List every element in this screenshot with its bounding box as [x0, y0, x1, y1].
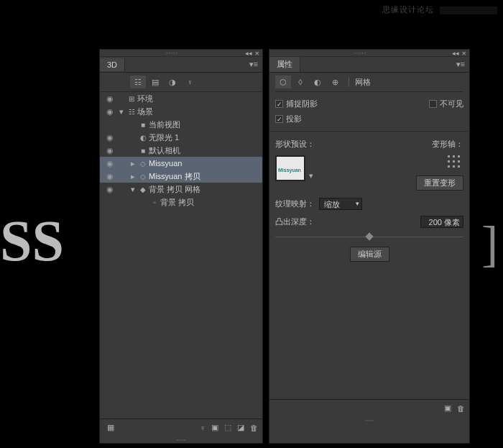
- close-icon[interactable]: ×: [255, 49, 259, 58]
- deform-axis-grid[interactable]: [448, 155, 463, 171]
- prop-mesh-icon[interactable]: ⬡: [275, 76, 291, 88]
- filter-light-icon[interactable]: ♀: [182, 76, 198, 88]
- panel-3d-filters: ☷ ▤ ◑ ♀: [100, 73, 262, 92]
- tree-row-label: 环境: [137, 93, 153, 104]
- tree-row-label: 无限光 1: [149, 132, 179, 143]
- tree-row[interactable]: ◉■默认相机: [100, 144, 262, 157]
- tree-row[interactable]: ◉⊞环境: [100, 92, 262, 105]
- prop-deform-icon[interactable]: ◊: [292, 76, 308, 88]
- panel-3d: ▪▪▪▪▪ ◂◂ × 3D ▾≡ ☷ ▤ ◑ ♀ ◉⊞环境◉▾☷场景■当前视图◉…: [99, 49, 263, 444]
- tree-row[interactable]: ◉▾◆背景 拷贝 网格: [100, 183, 262, 196]
- tab-3d[interactable]: 3D: [100, 58, 125, 71]
- scene-icon: ☷: [126, 108, 137, 116]
- tree-row-label: 背景 拷贝: [160, 197, 194, 208]
- tab-properties[interactable]: 属性: [269, 57, 300, 72]
- tree-row-label: 默认相机: [149, 145, 180, 156]
- preset-dropdown-icon[interactable]: ▾: [308, 155, 313, 180]
- disclosure-icon[interactable]: ▸: [129, 159, 137, 168]
- visibility-eye-icon[interactable]: ◉: [103, 185, 117, 194]
- panel-3d-resize[interactable]: ▪▪▪▪▪: [100, 436, 262, 443]
- collapse-arrows-icon[interactable]: ◂◂: [245, 50, 252, 57]
- tree-row[interactable]: ◉▸◇Missyuan: [100, 157, 262, 170]
- tree-row-label: Missyuan 拷贝: [149, 171, 200, 182]
- visibility-eye-icon[interactable]: ◉: [103, 107, 117, 116]
- tree-row-label: 场景: [137, 106, 153, 117]
- extrude-depth-label: 凸出深度：: [275, 216, 315, 227]
- watermark-text: 思缘设计论坛: [382, 5, 434, 14]
- panel-3d-tabs: 3D ▾≡: [100, 57, 262, 73]
- disclosure-icon[interactable]: ▾: [129, 185, 137, 194]
- light-new-icon[interactable]: ♀: [200, 424, 206, 432]
- filter-mesh-icon[interactable]: ▤: [147, 76, 163, 88]
- disclosure-icon[interactable]: ▾: [117, 107, 126, 116]
- trash-icon[interactable]: 🗑: [457, 404, 465, 413]
- visibility-eye-icon[interactable]: ◉: [103, 159, 117, 168]
- cam-icon: ■: [137, 147, 149, 155]
- tree-row-label: 背景 拷贝 网格: [149, 184, 200, 195]
- tree-row[interactable]: ◉▸◇Missyuan 拷贝: [100, 170, 262, 183]
- tree-row[interactable]: ■当前视图: [100, 118, 262, 131]
- chk-shadow-cast-label: 投影: [286, 114, 302, 124]
- tree-3d[interactable]: ◉⊞环境◉▾☷场景■当前视图◉◐无限光 1◉■默认相机◉▸◇Missyuan◉▸…: [100, 92, 262, 419]
- tree-row[interactable]: ◉◐无限光 1: [100, 131, 262, 144]
- chk-invisible-label: 不可见: [440, 99, 463, 109]
- visibility-eye-icon[interactable]: ◉: [103, 146, 117, 155]
- disclosure-icon[interactable]: ▸: [129, 172, 137, 181]
- tree-row-label: 当前视图: [149, 119, 180, 130]
- add-icon[interactable]: ⬚: [224, 423, 231, 432]
- panel-3d-footer: ▦ ♀ ▣ ⬚ ◪ 🗑: [100, 419, 262, 436]
- mesh-icon: ◇: [137, 173, 149, 180]
- env-icon: ⊞: [126, 95, 137, 103]
- tree-row[interactable]: ▫背景 拷贝: [100, 196, 262, 209]
- panel-properties: ▪▪▪▪▪ ◂◂ × 属性 ▾≡ ⬡ ◊ ◐ ⊕ 网格 ✓ 捕捉阴影 不可见: [269, 49, 470, 444]
- texture-map-label: 纹理映射：: [275, 198, 315, 209]
- panel-3d-dragbar[interactable]: ▪▪▪▪▪ ◂◂ ×: [100, 50, 262, 57]
- render-icon[interactable]: ▣: [211, 423, 218, 432]
- extrude-depth-slider[interactable]: [275, 237, 463, 239]
- chk-shadow-cast[interactable]: ✓: [275, 115, 283, 123]
- panel-menu-icon[interactable]: ▾≡: [245, 60, 262, 69]
- watermark: 思缘设计论坛: [382, 4, 497, 15]
- render-target-icon[interactable]: ▣: [444, 403, 451, 413]
- texture-map-dropdown[interactable]: 缩放: [319, 198, 362, 210]
- filter-material-icon[interactable]: ◑: [165, 76, 180, 88]
- background-art-bracket: ]: [481, 216, 503, 273]
- prop-cap-icon[interactable]: ◐: [310, 76, 326, 88]
- trash-icon[interactable]: 🗑: [250, 424, 258, 432]
- close-icon[interactable]: ×: [462, 49, 466, 58]
- shape-preset-thumb[interactable]: Missyuan ▾: [275, 155, 313, 181]
- filter-scene-icon[interactable]: ☷: [130, 76, 146, 88]
- mesh-solid-icon: ◆: [137, 186, 149, 193]
- picker-icon[interactable]: ▦: [107, 423, 114, 432]
- prop-coord-icon[interactable]: ⊕: [327, 76, 343, 88]
- chk-shadow-catch-label: 捕捉阴影: [286, 99, 318, 109]
- visibility-eye-icon[interactable]: ◉: [103, 172, 117, 181]
- light-icon: ◐: [137, 134, 149, 142]
- visibility-eye-icon[interactable]: ◉: [103, 94, 117, 104]
- background-art-ss: SS: [0, 209, 101, 280]
- panel-props-resize[interactable]: ▪▪▪▪▪: [269, 416, 469, 424]
- extrude-depth-input[interactable]: 200 像素: [420, 216, 463, 228]
- edit-source-button[interactable]: 编辑源: [350, 247, 389, 262]
- tree-row[interactable]: ◉▾☷场景: [100, 105, 262, 118]
- camera-icon[interactable]: ◪: [237, 423, 244, 432]
- mesh-icon: ◇: [137, 160, 149, 168]
- visibility-eye-icon[interactable]: ◉: [103, 133, 117, 142]
- prop-type-label: 网格: [355, 77, 371, 88]
- panel-props-tabs: 属性 ▾≡: [269, 57, 469, 73]
- chk-shadow-catch[interactable]: ✓: [275, 100, 283, 108]
- reset-deform-button[interactable]: 重置变形: [416, 175, 463, 191]
- properties-body: ⬡ ◊ ◐ ⊕ 网格 ✓ 捕捉阴影 不可见 ✓ 投影 形状预设：: [269, 73, 469, 399]
- shape-preset-label: 形状预设：: [275, 139, 315, 150]
- tree-row-label: Missyuan: [149, 159, 182, 168]
- panel-props-footer: ▣ 🗑: [269, 399, 469, 416]
- cam-icon: ■: [137, 121, 149, 129]
- watermark-box: [440, 6, 497, 14]
- mat-icon: ▫: [149, 198, 160, 206]
- collapse-arrows-icon[interactable]: ◂◂: [452, 50, 459, 57]
- panel-props-dragbar[interactable]: ▪▪▪▪▪ ◂◂ ×: [269, 50, 469, 57]
- panel-menu-icon[interactable]: ▾≡: [452, 60, 469, 69]
- chk-invisible[interactable]: [429, 100, 437, 108]
- deform-axis-label: 变形轴：: [432, 139, 463, 150]
